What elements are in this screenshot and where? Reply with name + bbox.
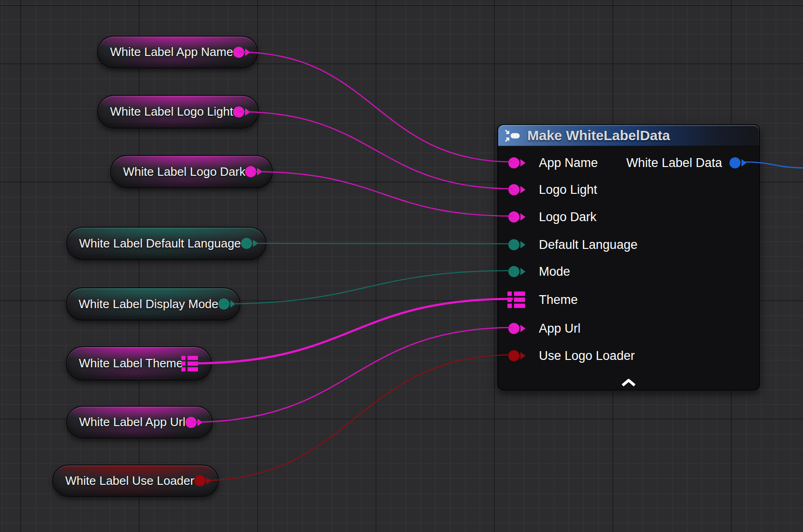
variable-get-node-label: White Label Theme [67,356,183,371]
variable-get-node[interactable]: White Label Theme [66,346,212,381]
variable-get-node[interactable]: White Label App Name [97,36,258,68]
out-pin-icon[interactable] [729,157,741,168]
connection-wire[interactable] [192,328,513,422]
input-pin-row: Theme [508,291,578,309]
chevron-up-icon[interactable] [621,379,636,387]
blueprint-graph-canvas[interactable]: White Label App NameWhite Label Logo Lig… [0,0,803,532]
connection-wire[interactable] [238,52,513,162]
variable-get-node[interactable]: White Label Use Loader [52,464,219,497]
input-pin-label: App Url [539,322,581,336]
variable-get-node[interactable]: White Label Logo Dark [110,155,273,188]
enum-pin-icon[interactable] [508,266,519,277]
connection-wire[interactable] [220,271,513,304]
input-pin-label: Logo Light [539,183,597,197]
connection-wire[interactable] [239,112,513,189]
input-pin-row: Mode [508,262,570,281]
variable-get-node-label: White Label App Name [98,45,233,59]
input-pin-label: Mode [539,265,570,279]
string-pin-icon[interactable] [508,323,519,334]
input-pin-row: App Name [508,154,598,172]
input-pin-row: Use Logo Loader [508,346,635,365]
input-pin-row: App Url [508,319,581,338]
variable-get-node-label: White Label Logo Light [98,105,233,119]
connection-wire[interactable] [246,243,513,244]
input-pin-label: Use Logo Loader [539,349,635,363]
input-pin-label: Logo Dark [539,210,597,224]
pin-arrow-icon [520,213,525,221]
pin-arrow-icon [741,159,747,167]
output-pin-row: White Label Data [626,154,748,172]
string-pin-icon[interactable] [508,157,519,168]
string-pin-icon[interactable] [508,211,519,223]
variable-get-node-label: White Label Default Language [67,236,241,251]
variable-get-node-label: White Label Use Loader [53,474,194,488]
enum-pin-icon[interactable] [508,239,519,250]
input-pin-row: Logo Dark [508,208,597,226]
pin-arrow-icon [520,241,525,248]
variable-get-node[interactable]: White Label Display Mode [66,287,241,321]
variable-get-node-label: White Label App Url [67,415,185,429]
pin-arrow-icon [520,268,525,275]
input-pin-label: Theme [539,293,578,307]
pin-arrow-icon [520,186,525,193]
connection-wire[interactable] [253,172,513,216]
string-pin-icon[interactable] [508,184,519,195]
pin-arrow-icon [520,159,525,167]
variable-get-node[interactable]: White Label App Url [66,406,213,439]
variable-get-node-label: White Label Logo Dark [111,165,245,179]
pin-arrow-icon [520,325,525,332]
input-pin-label: Default Language [539,238,637,252]
input-pin-label: App Name [539,156,598,170]
variable-get-node[interactable]: White Label Logo Light [97,95,259,129]
pin-arrow-icon [520,352,525,359]
input-pin-row: Logo Light [508,180,597,199]
input-pin-row: Default Language [508,235,637,254]
make-struct-node[interactable]: Make WhiteLabelDataApp NameLogo LightLog… [497,124,760,390]
make-struct-node-header[interactable]: Make WhiteLabelData [498,125,759,146]
make-struct-icon [505,130,521,142]
variable-get-node[interactable]: White Label Default Language [66,227,266,260]
output-pin-label: White Label Data [626,156,722,170]
node-title: Make WhiteLabelData [527,128,670,143]
bool-pin-icon[interactable] [508,350,519,361]
variable-get-node-label: White Label Display Mode [67,297,218,311]
